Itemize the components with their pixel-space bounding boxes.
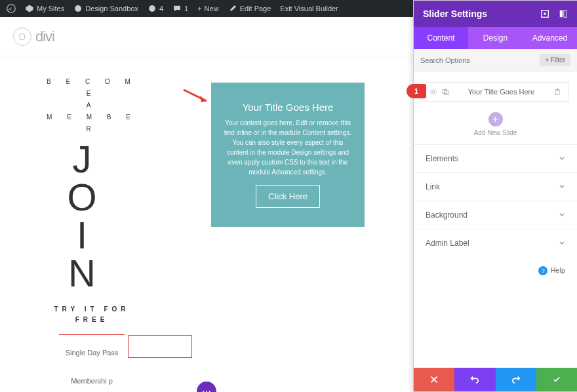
add-slide-button[interactable]: +: [488, 112, 503, 127]
snap-icon[interactable]: [559, 9, 568, 18]
tab-content[interactable]: Content: [414, 27, 468, 49]
add-slide-label: Add New Slide: [414, 129, 577, 136]
section-admin-label[interactable]: Admin Label: [414, 229, 577, 257]
svg-point-1: [75, 5, 81, 12]
tab-design[interactable]: Design: [468, 27, 523, 49]
tab-advanced[interactable]: Advanced: [523, 27, 577, 49]
svg-rect-9: [445, 91, 448, 95]
save-button[interactable]: [536, 368, 577, 391]
filter-button[interactable]: + Filter: [540, 54, 570, 66]
chevron-down-icon: [559, 240, 565, 246]
svg-rect-8: [443, 89, 447, 93]
chevron-down-icon: [559, 155, 565, 162]
my-sites[interactable]: My Sites: [21, 0, 68, 17]
slide-button[interactable]: Click Here: [256, 185, 320, 208]
cancel-button[interactable]: [414, 368, 454, 391]
expand-icon[interactable]: [540, 9, 549, 18]
panel-title: Slider Settings: [423, 9, 487, 19]
svg-point-7: [432, 90, 435, 94]
wp-logo[interactable]: [3, 0, 20, 17]
edit-page[interactable]: Edit Page: [224, 0, 275, 17]
section-background[interactable]: Background: [414, 201, 577, 229]
chevron-down-icon: [559, 184, 565, 190]
slide-item[interactable]: 1 Your Title Goes Here: [422, 82, 569, 102]
updates[interactable]: 4: [144, 0, 167, 17]
annotation-badge: 1: [407, 84, 426, 98]
annotation-arrow: [180, 87, 213, 106]
redo-button[interactable]: [496, 368, 536, 391]
settings-panel: Slider Settings Content Design Advanced …: [413, 0, 577, 392]
panel-tabs: Content Design Advanced: [414, 27, 577, 49]
chevron-down-icon: [559, 212, 565, 218]
site-name[interactable]: Design Sandbox: [70, 0, 142, 17]
section-link[interactable]: Link: [414, 172, 577, 201]
duplicate-icon[interactable]: [441, 88, 449, 96]
price-item[interactable]: Membershi p: [39, 376, 144, 386]
slider-module[interactable]: Your Title Goes Here Your content goes h…: [211, 83, 365, 227]
gear-icon[interactable]: [429, 88, 437, 96]
svg-rect-5: [560, 10, 563, 18]
help-link[interactable]: ?Help: [414, 257, 577, 284]
slide-body[interactable]: Your content goes here. Edit or remove t…: [222, 118, 354, 177]
svg-point-4: [544, 12, 546, 15]
slide-label: Your Title Goes Here: [451, 88, 551, 96]
selection-outline: [128, 335, 192, 358]
svg-rect-6: [564, 10, 567, 18]
trash-icon[interactable]: [553, 88, 561, 96]
undo-button[interactable]: [454, 368, 495, 391]
exit-visual-builder[interactable]: Exit Visual Builder: [276, 0, 342, 17]
search-input[interactable]: [420, 56, 540, 64]
slide-title[interactable]: Your Title Goes Here: [243, 102, 334, 113]
comments[interactable]: 1: [169, 0, 192, 17]
new[interactable]: +New: [193, 0, 222, 17]
logo[interactable]: Ddivi: [13, 28, 54, 46]
section-elements[interactable]: Elements: [414, 144, 577, 172]
help-icon: ?: [538, 266, 547, 275]
